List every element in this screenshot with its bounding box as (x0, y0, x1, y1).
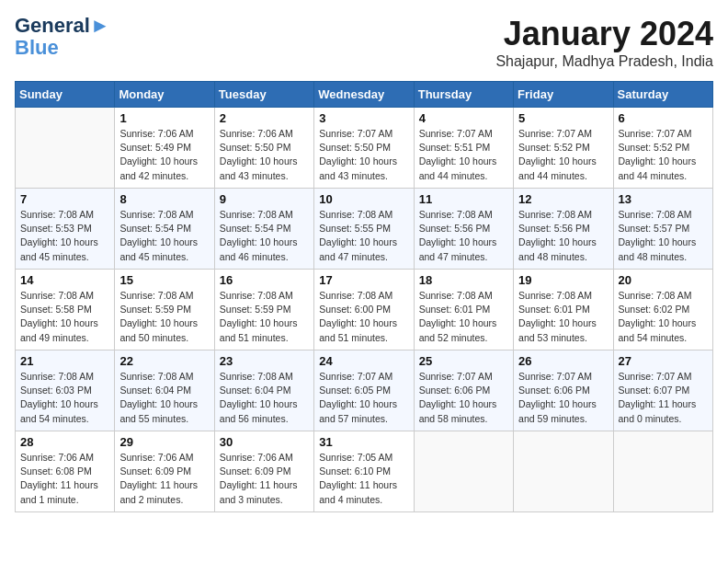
logo: General►Blue (15, 15, 110, 59)
day-info: Sunrise: 7:07 AM Sunset: 5:52 PM Dayligh… (619, 127, 708, 183)
week-row-2: 7Sunrise: 7:08 AM Sunset: 5:53 PM Daylig… (16, 189, 713, 270)
day-number: 21 (20, 354, 109, 368)
day-cell: 9Sunrise: 7:08 AM Sunset: 5:54 PM Daylig… (214, 189, 313, 270)
page-header: General►Blue January 2024 Shajapur, Madh… (15, 15, 713, 70)
day-cell: 28Sunrise: 7:06 AM Sunset: 6:08 PM Dayli… (16, 431, 115, 512)
day-cell: 11Sunrise: 7:08 AM Sunset: 5:56 PM Dayli… (414, 189, 513, 270)
day-number: 1 (119, 111, 209, 125)
day-number: 31 (319, 435, 408, 449)
day-number: 26 (518, 354, 608, 368)
day-info: Sunrise: 7:08 AM Sunset: 6:04 PM Dayligh… (119, 370, 209, 426)
day-info: Sunrise: 7:08 AM Sunset: 5:56 PM Dayligh… (518, 208, 608, 264)
day-cell: 4Sunrise: 7:07 AM Sunset: 5:51 PM Daylig… (414, 108, 513, 189)
day-number: 19 (518, 273, 608, 287)
day-number: 20 (619, 273, 708, 287)
day-cell: 2Sunrise: 7:06 AM Sunset: 5:50 PM Daylig… (214, 108, 313, 189)
day-cell: 25Sunrise: 7:07 AM Sunset: 6:06 PM Dayli… (414, 350, 513, 431)
weekday-header-saturday: Saturday (613, 82, 712, 108)
day-cell: 1Sunrise: 7:06 AM Sunset: 5:49 PM Daylig… (115, 108, 214, 189)
day-cell: 7Sunrise: 7:08 AM Sunset: 5:53 PM Daylig… (16, 189, 115, 270)
week-row-5: 28Sunrise: 7:06 AM Sunset: 6:08 PM Dayli… (16, 431, 713, 512)
day-number: 9 (220, 192, 309, 206)
day-number: 11 (419, 192, 508, 206)
day-number: 7 (20, 192, 109, 206)
day-info: Sunrise: 7:08 AM Sunset: 6:02 PM Dayligh… (619, 289, 708, 345)
day-number: 15 (119, 273, 209, 287)
day-cell (414, 431, 513, 512)
calendar-title: January 2024 (495, 15, 713, 53)
day-cell: 19Sunrise: 7:08 AM Sunset: 6:01 PM Dayli… (514, 270, 613, 350)
day-cell: 5Sunrise: 7:07 AM Sunset: 5:52 PM Daylig… (514, 108, 613, 189)
weekday-header-sunday: Sunday (16, 82, 115, 108)
day-cell: 22Sunrise: 7:08 AM Sunset: 6:04 PM Dayli… (115, 350, 214, 431)
day-info: Sunrise: 7:08 AM Sunset: 6:01 PM Dayligh… (518, 289, 608, 345)
day-cell: 23Sunrise: 7:08 AM Sunset: 6:04 PM Dayli… (214, 350, 313, 431)
day-number: 25 (419, 354, 508, 368)
day-number: 27 (619, 354, 708, 368)
day-number: 2 (220, 111, 309, 125)
day-cell (514, 431, 613, 512)
day-info: Sunrise: 7:06 AM Sunset: 6:08 PM Dayligh… (20, 451, 109, 507)
day-number: 6 (619, 111, 708, 125)
day-number: 30 (220, 435, 309, 449)
day-info: Sunrise: 7:08 AM Sunset: 5:56 PM Dayligh… (419, 208, 508, 264)
day-info: Sunrise: 7:06 AM Sunset: 6:09 PM Dayligh… (220, 451, 309, 507)
day-number: 13 (619, 192, 708, 206)
day-cell: 24Sunrise: 7:07 AM Sunset: 6:05 PM Dayli… (314, 350, 414, 431)
day-cell: 8Sunrise: 7:08 AM Sunset: 5:54 PM Daylig… (115, 189, 214, 270)
week-row-3: 14Sunrise: 7:08 AM Sunset: 5:58 PM Dayli… (16, 270, 713, 350)
day-info: Sunrise: 7:06 AM Sunset: 5:50 PM Dayligh… (220, 127, 309, 183)
day-number: 24 (319, 354, 408, 368)
day-number: 22 (119, 354, 209, 368)
day-cell: 14Sunrise: 7:08 AM Sunset: 5:58 PM Dayli… (16, 270, 115, 350)
day-cell: 10Sunrise: 7:08 AM Sunset: 5:55 PM Dayli… (314, 189, 414, 270)
day-info: Sunrise: 7:05 AM Sunset: 6:10 PM Dayligh… (319, 451, 408, 507)
day-cell: 21Sunrise: 7:08 AM Sunset: 6:03 PM Dayli… (16, 350, 115, 431)
weekday-header-monday: Monday (115, 82, 214, 108)
day-info: Sunrise: 7:08 AM Sunset: 5:54 PM Dayligh… (220, 208, 309, 264)
day-info: Sunrise: 7:07 AM Sunset: 6:06 PM Dayligh… (419, 370, 508, 426)
day-cell: 27Sunrise: 7:07 AM Sunset: 6:07 PM Dayli… (613, 350, 712, 431)
day-cell: 30Sunrise: 7:06 AM Sunset: 6:09 PM Dayli… (214, 431, 313, 512)
title-area: January 2024 Shajapur, Madhya Pradesh, I… (495, 15, 713, 70)
day-cell: 3Sunrise: 7:07 AM Sunset: 5:50 PM Daylig… (314, 108, 414, 189)
day-info: Sunrise: 7:08 AM Sunset: 6:04 PM Dayligh… (220, 370, 309, 426)
week-row-1: 1Sunrise: 7:06 AM Sunset: 5:49 PM Daylig… (16, 108, 713, 189)
day-info: Sunrise: 7:08 AM Sunset: 5:54 PM Dayligh… (119, 208, 209, 264)
day-info: Sunrise: 7:08 AM Sunset: 5:59 PM Dayligh… (119, 289, 209, 345)
day-number: 16 (220, 273, 309, 287)
day-number: 8 (119, 192, 209, 206)
day-cell: 13Sunrise: 7:08 AM Sunset: 5:57 PM Dayli… (613, 189, 712, 270)
day-info: Sunrise: 7:08 AM Sunset: 6:00 PM Dayligh… (319, 289, 408, 345)
weekday-header-tuesday: Tuesday (214, 82, 313, 108)
day-info: Sunrise: 7:07 AM Sunset: 5:52 PM Dayligh… (518, 127, 608, 183)
day-cell: 26Sunrise: 7:07 AM Sunset: 6:06 PM Dayli… (514, 350, 613, 431)
calendar-subtitle: Shajapur, Madhya Pradesh, India (495, 53, 713, 70)
day-info: Sunrise: 7:08 AM Sunset: 5:55 PM Dayligh… (319, 208, 408, 264)
day-number: 5 (518, 111, 608, 125)
day-info: Sunrise: 7:08 AM Sunset: 5:59 PM Dayligh… (220, 289, 309, 345)
day-cell: 31Sunrise: 7:05 AM Sunset: 6:10 PM Dayli… (314, 431, 414, 512)
day-info: Sunrise: 7:08 AM Sunset: 6:01 PM Dayligh… (419, 289, 508, 345)
day-info: Sunrise: 7:06 AM Sunset: 5:49 PM Dayligh… (119, 127, 209, 183)
day-cell: 29Sunrise: 7:06 AM Sunset: 6:09 PM Dayli… (115, 431, 214, 512)
calendar-table: SundayMondayTuesdayWednesdayThursdayFrid… (15, 81, 713, 512)
day-number: 23 (220, 354, 309, 368)
day-number: 14 (20, 273, 109, 287)
weekday-header-friday: Friday (514, 82, 613, 108)
day-cell: 12Sunrise: 7:08 AM Sunset: 5:56 PM Dayli… (514, 189, 613, 270)
day-cell: 17Sunrise: 7:08 AM Sunset: 6:00 PM Dayli… (314, 270, 414, 350)
week-row-4: 21Sunrise: 7:08 AM Sunset: 6:03 PM Dayli… (16, 350, 713, 431)
day-info: Sunrise: 7:07 AM Sunset: 6:06 PM Dayligh… (518, 370, 608, 426)
day-info: Sunrise: 7:08 AM Sunset: 5:53 PM Dayligh… (20, 208, 109, 264)
day-number: 28 (20, 435, 109, 449)
day-number: 12 (518, 192, 608, 206)
day-number: 17 (319, 273, 408, 287)
day-info: Sunrise: 7:06 AM Sunset: 6:09 PM Dayligh… (119, 451, 209, 507)
day-cell (613, 431, 712, 512)
weekday-header-wednesday: Wednesday (314, 82, 414, 108)
weekday-header-row: SundayMondayTuesdayWednesdayThursdayFrid… (16, 82, 713, 108)
day-info: Sunrise: 7:07 AM Sunset: 5:51 PM Dayligh… (419, 127, 508, 183)
weekday-header-thursday: Thursday (414, 82, 513, 108)
day-cell: 15Sunrise: 7:08 AM Sunset: 5:59 PM Dayli… (115, 270, 214, 350)
